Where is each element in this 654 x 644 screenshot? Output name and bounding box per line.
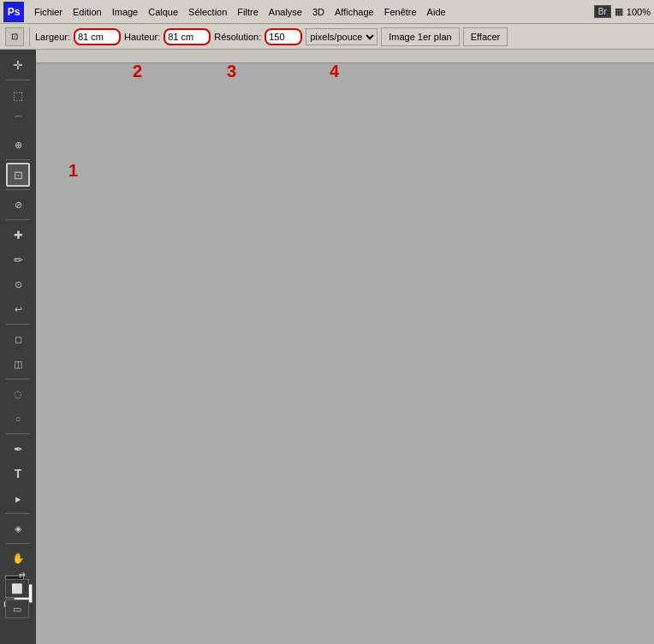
menu-selection[interactable]: Sélection (183, 5, 232, 19)
ruler-horizontal: /* ruler ticks */ (36, 50, 654, 63)
annotation-3: 3 (227, 62, 236, 81)
canvas-area (36, 63, 654, 644)
text-tool[interactable]: T (6, 462, 30, 486)
tool-separator (6, 543, 30, 544)
hauteur-label: Hauteur: (124, 32, 160, 42)
hauteur-input[interactable] (164, 28, 211, 45)
resolution-input[interactable] (265, 28, 302, 45)
optionsbar: ⊡ Largeur: Hauteur: Résolution: pixels/p… (0, 24, 654, 50)
largeur-label: Largeur: (35, 32, 70, 42)
menu-image[interactable]: Image (107, 5, 144, 19)
crop-tool-options-icon[interactable]: ⊡ (5, 27, 24, 46)
tool-separator (6, 219, 30, 220)
annotation-1: 1 (68, 161, 78, 181)
menu-calque[interactable]: Calque (143, 5, 183, 19)
effacer-button[interactable]: Effacer (463, 27, 508, 46)
menu-fenetre[interactable]: Fenêtre (379, 5, 422, 19)
svg-rect-0 (36, 50, 654, 63)
tool-separator (6, 189, 30, 190)
image-premier-plan-button[interactable]: Image 1er plan (381, 27, 459, 46)
menu-analyse[interactable]: Analyse (264, 5, 307, 19)
separator (29, 27, 30, 46)
tool-separator (6, 159, 30, 160)
menu-3d[interactable]: 3D (307, 5, 330, 19)
tool-separator (6, 433, 30, 434)
menu-aide[interactable]: Aide (422, 5, 451, 19)
br-badge: Br (594, 5, 611, 18)
eyedropper-tool[interactable]: ⊘ (6, 193, 30, 217)
shape-tool[interactable]: ◈ (6, 516, 30, 540)
zoom-display: 100% (627, 7, 651, 17)
lasso-tool[interactable]: ⌒ (6, 108, 30, 132)
menubar-right: Br ▦ 100% (594, 5, 651, 18)
tool-separator (6, 513, 30, 514)
mask-mode-icon[interactable]: ⬜ (5, 579, 29, 598)
blur-tool[interactable]: ◌ (6, 382, 30, 406)
quick-select-tool[interactable]: ⊕ (6, 133, 30, 157)
ps-logo: Ps (3, 2, 24, 22)
toolbar: ✛ ⬚ ⌒ ⊕ ⊡ ⊘ ✚ ✏ ⊙ ↩ ◻ ◫ ◌ ○ ✒ T ▸ ◈ ✋ 🔍 … (0, 50, 36, 644)
hand-tool[interactable]: ✋ (6, 546, 30, 570)
crop-tool[interactable]: ⊡ (6, 163, 30, 187)
menu-edition[interactable]: Edition (68, 5, 107, 19)
tool-separator (6, 80, 30, 80)
icon-grid: ▦ (615, 6, 623, 17)
menubar: Ps Fichier Edition Image Calque Sélectio… (0, 0, 654, 24)
menu-fichier[interactable]: Fichier (29, 5, 68, 19)
swap-colors-icon[interactable]: ⇄ (19, 570, 26, 579)
extra-icons: ⬜ ▭ (5, 579, 29, 618)
annotation-2: 2 (133, 62, 142, 81)
dodge-tool[interactable]: ○ (6, 407, 30, 431)
unit-dropdown[interactable]: pixels/pouce (306, 28, 378, 45)
move-tool[interactable]: ✛ (6, 53, 30, 77)
menu-affichage[interactable]: Affichage (330, 5, 379, 19)
screen-mode-icon[interactable]: ▭ (5, 599, 29, 618)
tool-separator (6, 379, 30, 379)
largeur-input[interactable] (74, 28, 121, 45)
path-select-tool[interactable]: ▸ (6, 486, 30, 510)
clone-tool[interactable]: ⊙ (6, 272, 30, 296)
brush-tool[interactable]: ✏ (6, 247, 30, 271)
tool-separator (6, 324, 30, 325)
annotation-4: 4 (330, 62, 339, 81)
gradient-tool[interactable]: ◫ (6, 352, 30, 376)
marquee-tool[interactable]: ⬚ (6, 83, 30, 107)
menu-filtre[interactable]: Filtre (232, 5, 263, 19)
eraser-tool[interactable]: ◻ (6, 327, 30, 351)
pen-tool[interactable]: ✒ (6, 437, 30, 461)
healing-tool[interactable]: ✚ (6, 223, 30, 247)
history-brush-tool[interactable]: ↩ (6, 297, 30, 321)
resolution-label: Résolution: (214, 32, 261, 42)
